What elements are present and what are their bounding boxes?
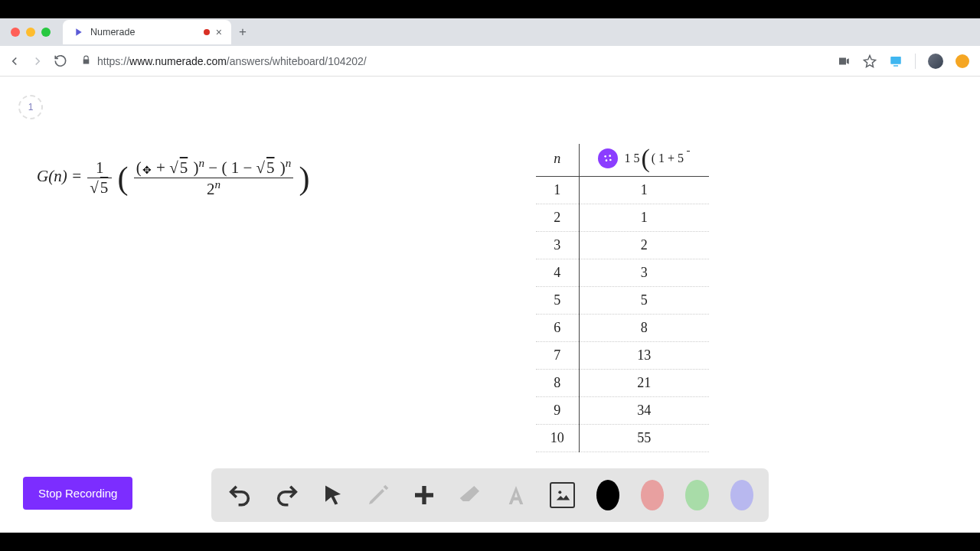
cell-value: 55 (579, 425, 709, 452)
cell-value: 1 (579, 204, 709, 232)
rparen: ) (299, 161, 310, 196)
values-table: n 1 5 ( (536, 144, 709, 452)
minimize-window-button[interactable] (26, 28, 35, 37)
cell-n: 9 (536, 397, 579, 425)
url-text: https://www.numerade.com/answers/whitebo… (97, 55, 367, 67)
close-window-button[interactable] (11, 28, 20, 37)
main-num: ( + 5 )n − ( 1 − 5 )n (134, 157, 293, 178)
titlebar: Numerade × + (0, 18, 980, 46)
cell-n: 6 (536, 315, 579, 342)
cell-n: 4 (536, 259, 579, 287)
table-row: 32 (536, 232, 709, 259)
cell-value: 1 (579, 177, 709, 204)
lock-icon (81, 55, 91, 67)
svg-point-5 (609, 159, 612, 161)
page-marker[interactable]: 1 (18, 95, 43, 119)
table-row: 11 (536, 177, 709, 204)
url-path: /answers/whiteboard/104202/ (227, 55, 367, 67)
formula-lhs: G(n) = (37, 167, 86, 185)
text-tool[interactable] (504, 480, 528, 510)
favicon-icon (72, 26, 84, 38)
table-row: 713 (536, 342, 709, 370)
url-domain: www.numerade.com (129, 55, 227, 67)
stop-recording-button[interactable]: Stop Recording (23, 477, 132, 510)
maximize-window-button[interactable] (41, 28, 51, 37)
cell-value: 34 (579, 397, 709, 425)
cell-value: 13 (579, 342, 709, 370)
color-swatch-red[interactable] (641, 480, 664, 510)
profile-avatar[interactable] (928, 54, 943, 69)
color-swatch-black[interactable] (596, 480, 619, 510)
svg-point-6 (558, 491, 561, 494)
close-tab-button[interactable]: × (216, 26, 222, 38)
handle-icon[interactable] (598, 148, 618, 168)
new-tab-button[interactable]: + (239, 24, 247, 40)
svg-rect-1 (893, 65, 898, 67)
table-row: 55 (536, 287, 709, 315)
cell-value: 3 (579, 259, 709, 287)
svg-point-3 (609, 155, 612, 157)
extension-icon[interactable] (956, 54, 969, 68)
cell-n: 10 (536, 425, 579, 452)
recording-indicator-icon (204, 29, 210, 35)
coef-den: 5 (87, 178, 112, 197)
whiteboard-toolbar (211, 468, 769, 522)
coef-num: 1 (87, 158, 112, 178)
browser-tab[interactable]: Numerade × (63, 20, 231, 44)
reload-button[interactable] (54, 54, 67, 68)
table-row: 1055 (536, 425, 709, 452)
redo-button[interactable] (274, 480, 300, 510)
svg-rect-0 (890, 57, 901, 64)
address-bar: https://www.numerade.com/answers/whitebo… (0, 46, 980, 77)
url-field[interactable]: https://www.numerade.com/answers/whitebo… (81, 55, 828, 67)
screen-icon[interactable] (889, 54, 903, 68)
cell-n: 7 (536, 342, 579, 370)
lparen: ( (118, 161, 129, 196)
table-header-n: n (536, 144, 579, 177)
add-tool[interactable] (412, 480, 436, 510)
tab-title: Numerade (90, 27, 198, 37)
url-scheme: https:// (97, 55, 129, 67)
window-controls (11, 28, 51, 37)
pencil-tool[interactable] (366, 480, 390, 510)
cell-n: 3 (536, 232, 579, 259)
formula-coef: 1 5 (87, 158, 112, 197)
table-row: 934 (536, 397, 709, 425)
page-content: 1 G(n) = 1 5 ( ( + 5 )n − ( 1 − 5 )n 2n … (0, 77, 980, 533)
forward-button[interactable] (31, 54, 44, 68)
divider (915, 54, 916, 69)
cell-n: 8 (536, 370, 579, 397)
table-row: 21 (536, 204, 709, 232)
formula-main: ( + 5 )n − ( 1 − 5 )n 2n (134, 157, 293, 199)
cell-value: 21 (579, 370, 709, 397)
eraser-tool[interactable] (458, 480, 482, 510)
cell-n: 1 (536, 177, 579, 204)
table-row: 68 (536, 315, 709, 342)
image-tool[interactable] (550, 482, 575, 508)
color-swatch-green[interactable] (685, 480, 708, 510)
formula-block[interactable]: G(n) = 1 5 ( ( + 5 )n − ( 1 − 5 )n 2n ) (37, 157, 310, 199)
main-den: 2n (134, 178, 293, 199)
browser-window: Numerade × + https://www.numerade.com/an… (0, 18, 980, 533)
back-button[interactable] (8, 54, 21, 68)
table-row: 821 (536, 370, 709, 397)
undo-button[interactable] (227, 480, 253, 510)
cell-value: 8 (579, 315, 709, 342)
svg-point-4 (606, 159, 608, 161)
camera-icon[interactable] (837, 54, 851, 68)
toolbar-right (837, 54, 969, 69)
table-row: 43 (536, 259, 709, 287)
star-icon[interactable] (863, 54, 877, 68)
color-swatch-blue[interactable] (730, 480, 753, 510)
cell-n: 2 (536, 204, 579, 232)
cell-value: 5 (579, 287, 709, 315)
cell-value: 2 (579, 232, 709, 259)
table-header-expr: 1 5 ( ( 1 + 5 (579, 144, 709, 177)
cell-n: 5 (536, 287, 579, 315)
move-cursor-icon (142, 159, 152, 170)
pointer-tool[interactable] (322, 480, 345, 510)
svg-point-2 (605, 155, 607, 158)
